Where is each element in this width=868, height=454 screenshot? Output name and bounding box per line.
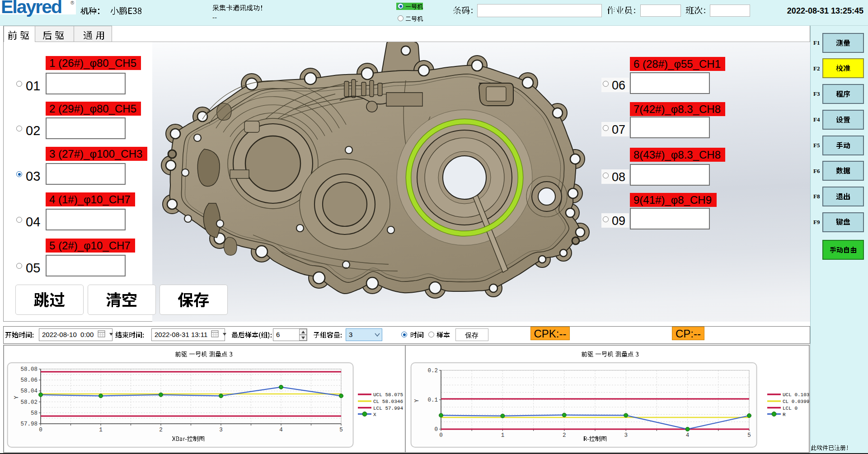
- svg-text:1: 1: [99, 427, 103, 433]
- svg-text:58.06: 58.06: [20, 377, 38, 384]
- svg-text:57.98: 57.98: [20, 421, 38, 427]
- svg-text:2: 2: [563, 432, 566, 439]
- svg-text:0: 0: [39, 427, 42, 433]
- svg-text:LCL 57.994: LCL 57.994: [373, 406, 403, 411]
- svg-text:X: X: [373, 412, 376, 417]
- svg-text:R: R: [783, 412, 786, 417]
- svg-text:CL 58.0346: CL 58.0346: [373, 399, 403, 404]
- svg-text:58.08: 58.08: [20, 366, 38, 373]
- svg-text:Y: Y: [14, 396, 20, 399]
- svg-text:58.04: 58.04: [20, 388, 38, 394]
- svg-text:4: 4: [686, 432, 690, 439]
- svg-text:3: 3: [219, 427, 223, 433]
- svg-text:2: 2: [159, 427, 163, 433]
- svg-text:0: 0: [439, 432, 443, 439]
- svg-text:Y: Y: [414, 399, 420, 403]
- svg-text:0.2: 0.2: [427, 368, 438, 374]
- svg-text:0: 0: [434, 426, 438, 433]
- svg-text:UCL 58.075: UCL 58.075: [373, 392, 403, 398]
- svg-text:58: 58: [31, 410, 38, 417]
- svg-text:0.1: 0.1: [427, 397, 438, 403]
- svg-text:LCL 0: LCL 0: [783, 406, 798, 411]
- svg-text:UCL 0.103: UCL 0.103: [783, 392, 809, 398]
- svg-text:3: 3: [624, 432, 628, 439]
- svg-text:1: 1: [501, 432, 505, 439]
- svg-text:5: 5: [747, 432, 751, 439]
- svg-text:CL 0.0399: CL 0.0399: [783, 399, 809, 404]
- svg-text:58.02: 58.02: [20, 399, 38, 406]
- svg-text:5: 5: [339, 427, 343, 433]
- svg-text:4: 4: [279, 427, 283, 433]
